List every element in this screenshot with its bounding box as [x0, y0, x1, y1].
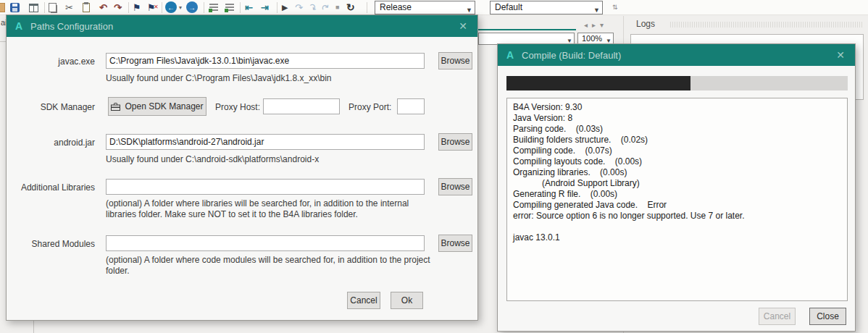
folder-icon — [0, 3, 5, 12]
log-line: Building folders structure. (0.02s) — [513, 135, 841, 146]
log-line: Generating R file. (0.00s) — [513, 189, 841, 200]
comment-code-icon[interactable] — [209, 2, 218, 13]
toolbar-separator — [204, 2, 204, 13]
logs-panel-title: Logs — [636, 19, 655, 29]
save-icon[interactable] — [10, 2, 20, 13]
toolbar-separator — [240, 2, 241, 13]
shared-modules-input[interactable] — [106, 235, 425, 251]
navigate-back-icon[interactable]: ← — [165, 1, 177, 13]
build-profile-combo[interactable]: Default ▼ — [490, 1, 603, 14]
cut-icon[interactable]: ✂ — [65, 2, 73, 13]
panel-grip-texture — [670, 22, 864, 28]
run-icon[interactable]: ▶ — [282, 2, 288, 13]
additional-libraries-input[interactable] — [106, 179, 425, 195]
javac-path-input[interactable] — [106, 53, 425, 69]
floppy-icon — [10, 3, 20, 12]
restart-icon[interactable]: ↻ — [346, 2, 355, 13]
b4a-logo-icon: A — [15, 20, 22, 32]
android-jar-label: android.jar — [7, 138, 95, 148]
outdent-icon[interactable]: ⇤ — [245, 2, 253, 13]
log-line: Compiling generated Java code. Error — [513, 200, 841, 211]
javac-browse-button[interactable]: Browse — [438, 52, 472, 69]
tabstrip-border — [0, 41, 6, 42]
log-line — [513, 222, 841, 232]
clipboard-icon — [83, 3, 90, 12]
grid-icon — [29, 4, 38, 12]
selected-tab-indicator — [475, 29, 576, 30]
additional-libraries-browse-button[interactable]: Browse — [438, 178, 472, 195]
code-editor-fragment[interactable]: 31 Private Labelg2 As Label 32 Private L… — [0, 321, 478, 333]
stop-icon[interactable]: ■ — [335, 2, 339, 13]
open-file-icon[interactable] — [0, 2, 5, 13]
log-line: Organizing libraries. (0.00s) — [513, 167, 841, 178]
zoom-level-value: 100% — [582, 34, 602, 43]
back-history-caret-icon[interactable]: ▾ — [179, 2, 182, 13]
red-x-overlay-icon: ✕ — [154, 1, 159, 12]
toolbar-separator — [128, 2, 129, 13]
compile-log-output[interactable]: B4A Version: 9.30Java Version: 8Parsing … — [506, 98, 848, 301]
proxy-host-label: Proxy Host: — [215, 102, 260, 113]
lines-icon — [209, 4, 218, 12]
redo-icon[interactable]: ↷ — [114, 2, 122, 13]
javac-hint: Usually found under C:\Program Files\Jav… — [106, 73, 331, 84]
log-line: (Android Support Library) — [513, 178, 841, 189]
paths-dialog-titlebar[interactable]: A Paths Configuration ✕ — [7, 15, 477, 37]
b4a-logo-icon: A — [506, 49, 514, 61]
compile-dialog-titlebar[interactable]: A Compile (Build: Default) ✕ — [498, 44, 855, 66]
build-profile-value: Default — [495, 2, 522, 12]
shared-modules-hint: (optional) A folder where code modules w… — [106, 255, 433, 277]
compile-dialog: A Compile (Build: Default) ✕ B4A Version… — [497, 43, 856, 332]
chevron-down-icon: ▼ — [593, 4, 600, 17]
paths-dialog-title: Paths Configuration — [30, 21, 113, 32]
toolbar-separator — [277, 2, 277, 13]
android-jar-hint: Usually found under C:\android-sdk\platf… — [106, 154, 319, 165]
remove-bookmark-icon[interactable]: ⚑✕ — [147, 2, 156, 13]
modules-grid-icon[interactable] — [29, 2, 38, 13]
log-line: error: Source option 6 is no longer supp… — [513, 211, 841, 222]
indent-icon[interactable]: ⇥ — [261, 2, 269, 13]
cancel-button[interactable]: Cancel — [759, 308, 796, 325]
toolbar-separator — [162, 2, 162, 13]
proxy-port-label: Proxy Port: — [349, 102, 391, 113]
navigate-forward-icon[interactable]: → — [186, 1, 198, 13]
ok-button[interactable]: Ok — [391, 292, 423, 309]
copy-icon[interactable] — [48, 2, 57, 13]
close-icon[interactable]: ✕ — [833, 49, 848, 62]
proxy-port-input[interactable] — [397, 98, 425, 114]
step-into-icon[interactable]: ↷ — [319, 1, 332, 14]
log-line: Compiling layouts code. (0.00s) — [513, 156, 841, 167]
proxy-host-input[interactable] — [263, 98, 340, 114]
close-button[interactable]: Close — [809, 308, 846, 325]
toolbar-separator — [367, 2, 367, 13]
build-configuration-combo[interactable]: Release ▼ — [375, 1, 475, 14]
open-sdk-manager-button[interactable]: Open SDK Manager — [108, 97, 206, 116]
shared-modules-browse-button[interactable]: Browse — [438, 235, 472, 252]
briefcase-icon — [111, 103, 120, 111]
lines-icon — [225, 4, 234, 12]
code-line: 31 Private Labelg2 As Label — [0, 321, 478, 332]
log-line: javac 13.0.1 — [513, 232, 841, 243]
log-line: Java Version: 8 — [513, 113, 841, 124]
resume-icon[interactable]: ↷ — [295, 2, 303, 13]
close-icon[interactable]: ✕ — [456, 20, 470, 33]
undo-icon[interactable]: ↶ — [99, 2, 107, 13]
toolbar-separator — [44, 2, 45, 13]
compile-progress-fill — [506, 76, 690, 90]
build-configuration-value: Release — [380, 2, 412, 12]
toolbar-overflow-icon[interactable]: ⇅ — [612, 2, 618, 13]
paste-icon[interactable] — [83, 2, 90, 13]
cancel-button[interactable]: Cancel — [347, 292, 380, 309]
android-jar-input[interactable] — [106, 134, 425, 150]
shared-modules-label: Shared Modules — [7, 239, 95, 249]
step-over-icon[interactable]: ↷ — [306, 1, 319, 14]
bookmark-icon[interactable]: ⚑ — [133, 2, 141, 13]
tab-scroll-chevrons[interactable]: ◂▸▾ — [584, 21, 608, 29]
log-line: B4A Version: 9.30 — [513, 102, 841, 113]
javac-label: javac.exe — [7, 56, 95, 67]
compile-progress-bar — [506, 76, 848, 90]
android-jar-browse-button[interactable]: Browse — [438, 133, 472, 151]
paths-configuration-dialog: A Paths Configuration ✕ javac.exe Browse… — [6, 14, 478, 321]
b4a-ide-window: ✂ ↶ ↷ ⚑ ⚑✕ ← ▾ → ⇤ ⇥ ▶ ↷ ↷ ↷ ■ ↻ Release… — [0, 0, 868, 333]
uncomment-code-icon[interactable] — [225, 2, 234, 13]
additional-libraries-hint: (optional) A folder where libraries will… — [106, 198, 433, 220]
